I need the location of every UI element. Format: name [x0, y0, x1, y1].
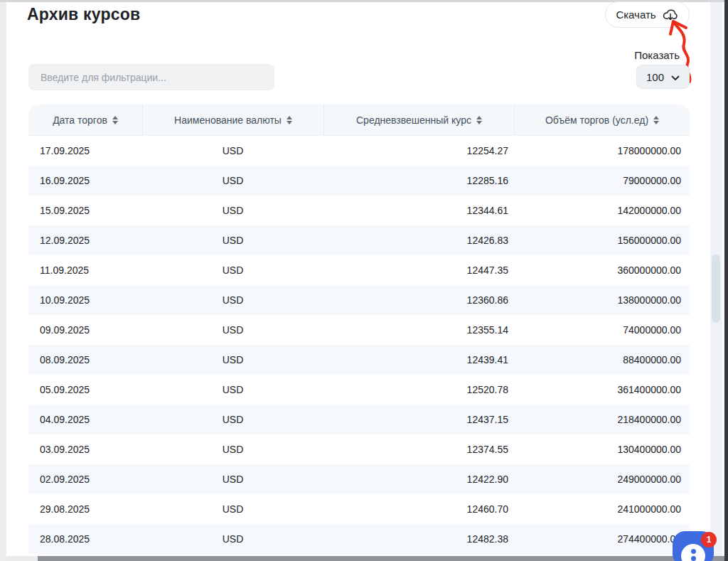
table-cell: 12360.86: [323, 285, 514, 315]
table-cell: 04.09.2025: [28, 405, 142, 434]
table-row: 05.09.2025USD12520.78361400000.00: [28, 375, 690, 405]
table-cell: 12460.70: [323, 494, 514, 524]
vertical-scrollbar[interactable]: [710, 2, 722, 556]
table-cell: 156000000.00: [514, 225, 690, 255]
table-row: 12.09.2025USD12426.83156000000.00: [28, 225, 690, 255]
page-size-value: 100: [646, 71, 664, 83]
table-cell: 361400000.00: [514, 375, 690, 405]
sort-icon: [476, 116, 482, 124]
table-cell: 12355.14: [323, 315, 514, 345]
column-header-trade-date[interactable]: Дата торгов: [28, 105, 142, 135]
sort-icon: [287, 116, 292, 124]
table-cell: 12437.15: [323, 405, 514, 434]
table-cell: USD: [142, 464, 323, 494]
table-cell: USD: [142, 345, 323, 375]
table-cell: 05.09.2025: [28, 375, 142, 405]
table-cell: 28.08.2025: [28, 524, 142, 554]
show-label: Показать: [611, 49, 680, 61]
column-header-weighted-rate[interactable]: Средневзвешенный курс: [323, 105, 514, 135]
table-cell: 88400000.00: [514, 345, 690, 375]
table-cell: USD: [142, 166, 323, 196]
table-cell: 142000000.00: [514, 196, 690, 225]
table-cell: 218400000.00: [514, 405, 690, 434]
chat-unread-badge: 1: [701, 532, 717, 547]
cloud-download-icon: [662, 7, 679, 22]
table-cell: 274400000.00: [514, 524, 690, 554]
table-row: 15.09.2025USD12344.61142000000.00: [28, 196, 690, 225]
table-row: 10.09.2025USD12360.86138000000.00: [28, 285, 690, 315]
table-cell: USD: [142, 196, 323, 225]
table-cell: 12447.35: [323, 255, 514, 285]
table-header-row: Дата торгов Наименование валюты Средневз…: [28, 105, 690, 136]
table-row: 09.09.2025USD12355.1474000000.00: [28, 315, 690, 345]
table-cell: USD: [142, 375, 323, 405]
rates-table: Дата торгов Наименование валюты Средневз…: [28, 105, 690, 554]
table-cell: 138000000.00: [514, 285, 690, 315]
table-cell: USD: [142, 225, 323, 255]
table-cell: 360000000.00: [514, 255, 690, 285]
table-cell: 02.09.2025: [28, 464, 142, 494]
column-header-label: Средневзвешенный курс: [356, 114, 471, 126]
table-cell: USD: [142, 285, 323, 315]
table-cell: 11.09.2025: [28, 255, 142, 285]
filter-input[interactable]: [28, 64, 274, 90]
table-cell: USD: [142, 405, 323, 434]
table-row: 04.09.2025USD12437.15218400000.00: [28, 405, 690, 434]
column-header-currency-name[interactable]: Наименование валюты: [142, 105, 323, 135]
table-cell: 03.09.2025: [28, 434, 142, 464]
table-cell: 12482.38: [323, 524, 514, 554]
table-row: 02.09.2025USD12422.90249000000.00: [28, 464, 690, 494]
table-cell: 79000000.00: [514, 166, 690, 196]
table-cell: 09.09.2025: [28, 315, 142, 345]
table-cell: 12439.41: [323, 345, 514, 375]
table-row: 29.08.2025USD12460.70241000000.00: [28, 494, 690, 524]
horizontal-scrollbar[interactable]: [6, 556, 728, 561]
table-cell: USD: [142, 524, 323, 554]
column-header-label: Наименование валюты: [174, 114, 282, 126]
table-cell: 08.09.2025: [28, 345, 142, 375]
sort-icon: [112, 116, 118, 124]
table-row: 08.09.2025USD12439.4188400000.00: [28, 345, 690, 375]
window-left-edge: [0, 2, 6, 561]
table-cell: 12426.83: [323, 225, 514, 255]
table-cell: 249000000.00: [514, 464, 690, 494]
download-button[interactable]: Скачать: [605, 1, 690, 28]
table-cell: 16.09.2025: [28, 166, 142, 196]
horizontal-scrollbar-thumb[interactable]: [38, 556, 728, 561]
table-cell: 12520.78: [323, 375, 514, 405]
table-row: 11.09.2025USD12447.35360000000.00: [28, 255, 690, 285]
table-row: 17.09.2025USD12254.27178000000.00: [28, 136, 690, 166]
table-cell: 12285.16: [323, 166, 514, 196]
chevron-down-icon: [671, 71, 680, 83]
table-cell: 29.08.2025: [28, 494, 142, 524]
window-right-edge: [724, 0, 728, 561]
table-cell: USD: [142, 494, 323, 524]
table-cell: 12.09.2025: [28, 225, 142, 255]
table-cell: 12422.90: [323, 464, 514, 494]
vertical-scrollbar-thumb[interactable]: [712, 255, 720, 323]
column-header-trade-volume[interactable]: Объём торгов (усл.ед): [514, 105, 690, 135]
table-cell: 178000000.00: [514, 136, 690, 166]
table-cell: 17.09.2025: [28, 136, 142, 166]
page-size-select[interactable]: 100: [636, 65, 690, 89]
table-cell: 74000000.00: [514, 315, 690, 345]
table-body: 17.09.2025USD12254.27178000000.0016.09.2…: [28, 136, 690, 554]
column-header-label: Объём торгов (усл.ед): [545, 114, 648, 126]
table-row: 03.09.2025USD12374.55130400000.00: [28, 434, 690, 464]
table-cell: 241000000.00: [514, 494, 690, 524]
table-row: 28.08.2025USD12482.38274400000.00: [28, 524, 690, 554]
sort-icon: [653, 116, 659, 124]
table-cell: 15.09.2025: [28, 196, 142, 225]
table-cell: USD: [142, 255, 323, 285]
table-cell: USD: [142, 434, 323, 464]
chat-widget-button[interactable]: 1: [673, 531, 714, 561]
table-row: 16.09.2025USD12285.1679000000.00: [28, 166, 690, 196]
table-cell: 12344.61: [323, 196, 514, 225]
table-cell: USD: [142, 315, 323, 345]
table-cell: 12254.27: [323, 136, 514, 166]
table-cell: 12374.55: [323, 434, 514, 464]
chat-bot-icon: [681, 544, 705, 561]
table-cell: USD: [142, 136, 323, 166]
table-cell: 130400000.00: [514, 434, 690, 464]
page-title: Архив курсов: [27, 5, 140, 24]
